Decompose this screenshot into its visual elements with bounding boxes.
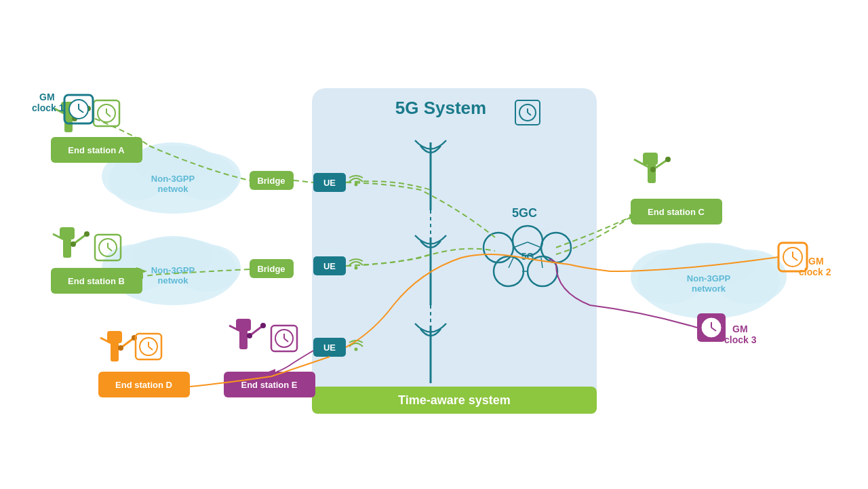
svg-line-81 [149, 347, 153, 350]
gm-clock-3-sub: clock 3 [724, 334, 757, 345]
end-station-c-label: End station C [648, 207, 705, 217]
5g-label: 5G [521, 251, 534, 262]
non3gpp-network-1-label: Non-3GPP [151, 174, 195, 184]
non3gpp-network-3-label: Non-3GPP [687, 273, 731, 283]
svg-point-69 [650, 167, 656, 172]
svg-line-92 [284, 338, 288, 342]
svg-rect-65 [648, 163, 656, 183]
non3gpp-netwok-2-sub: netwok [158, 275, 189, 286]
bridge-2-label: Bridge [257, 264, 285, 274]
non3gpp-network-2-label: Non-3GPP [151, 265, 195, 275]
gm-clock-2-label: GM [808, 256, 824, 267]
5g-system-title: 5G System [395, 98, 486, 118]
svg-point-76 [118, 345, 123, 351]
5gc-label: 5GC [512, 206, 537, 220]
svg-point-88 [260, 323, 266, 328]
svg-point-57 [71, 241, 76, 247]
time-aware-label: Time-aware system [398, 393, 511, 407]
end-station-e-label: End station E [241, 380, 297, 390]
ue-3-label: UE [323, 343, 336, 353]
svg-rect-66 [643, 153, 658, 165]
end-station-a-label: End station A [68, 145, 125, 155]
svg-point-40 [355, 348, 358, 351]
svg-line-62 [108, 248, 112, 251]
bridge-1-label: Bridge [257, 176, 285, 186]
svg-point-38 [355, 267, 358, 270]
non3gpp-netwok-1-sub: netwok [158, 184, 189, 194]
gm-clock-1-sub: clock 1 [32, 102, 64, 113]
non3gpp-network-3-sub: network [692, 283, 726, 294]
ue-1-label: UE [323, 178, 336, 188]
svg-point-87 [247, 333, 252, 338]
ue-2-label: UE [323, 261, 336, 271]
gm-clock-1-label: GM [39, 92, 55, 102]
end-station-d-label: End station D [115, 380, 172, 390]
end-station-b-label: End station B [68, 276, 125, 286]
svg-rect-0 [312, 88, 597, 414]
svg-point-58 [84, 231, 90, 237]
gm-clock-3-label: GM [732, 324, 748, 334]
svg-point-70 [665, 157, 671, 162]
svg-line-51 [106, 113, 111, 117]
